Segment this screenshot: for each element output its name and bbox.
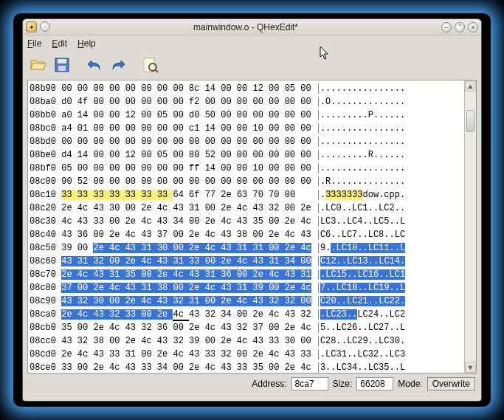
window-title: mainwindow.o - QHexEdit* [50,22,441,32]
statusbar: Address: 8ca7 Size: 66208 Mode: Overwrit… [23,375,481,393]
magnifier-icon [142,57,159,73]
mode-label: Mode: [398,379,422,389]
address-label: Address: [252,379,286,389]
save-button[interactable] [51,54,73,76]
svg-rect-1 [58,59,66,63]
mode-button[interactable]: Overwrite [427,377,475,390]
address-field[interactable]: 8ca7 [291,377,328,390]
open-button[interactable] [27,54,49,76]
hex-content[interactable]: 08b90 00 00 00 00 00 00 00 00 8c 14 00 0… [28,80,464,373]
redo-button[interactable] [107,54,129,76]
undo-icon [86,58,103,72]
window-menu-icon[interactable]: ✦ [26,21,37,32]
size-field: 66208 [356,377,393,390]
hex-editor[interactable]: 08b90 00 00 00 00 00 00 00 00 8c 14 00 0… [27,80,477,373]
vertical-scrollbar[interactable]: ▲ ▼ [464,80,476,373]
undo-button[interactable] [83,54,106,76]
svg-rect-2 [58,66,66,71]
close-button[interactable]: × [468,22,478,32]
floppy-disk-icon [54,57,70,73]
svg-line-5 [155,69,158,72]
size-label: Size: [333,379,353,389]
scroll-thumb[interactable] [466,110,474,132]
app-window: ✦ · mainwindow.o - QHexEdit* – ˄ × File … [22,18,482,402]
scroll-up-button[interactable]: ▲ [465,80,476,92]
toolbar [23,52,481,78]
titlebar: ✦ · mainwindow.o - QHexEdit* – ˄ × [23,19,481,35]
minimize-button[interactable]: – [441,22,452,32]
menu-help[interactable]: Help [77,38,96,49]
find-button[interactable] [139,54,162,76]
menubar: File Edit Help [23,35,481,52]
redo-icon [109,58,127,72]
window-pin-button[interactable]: · [40,21,50,32]
menu-edit[interactable]: Edit [52,38,67,49]
scroll-down-button[interactable]: ▼ [465,362,476,373]
folder-open-icon [30,58,47,72]
maximize-button[interactable]: ˄ [455,22,465,32]
menu-file[interactable]: File [27,38,41,49]
